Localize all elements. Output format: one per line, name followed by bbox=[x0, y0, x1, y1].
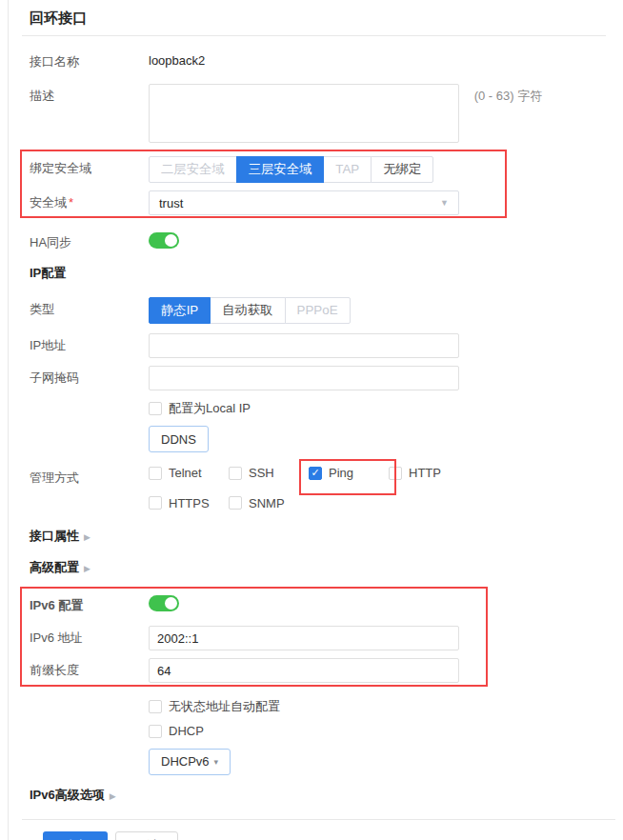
required-asterisk: * bbox=[69, 195, 73, 210]
ha-sync-toggle[interactable] bbox=[149, 232, 179, 249]
ipv6-address-input[interactable] bbox=[149, 626, 459, 650]
collapse-arrow-icon: ▶ bbox=[84, 532, 90, 542]
ha-sync-label: HA同步 bbox=[30, 230, 149, 251]
security-zone-annotated-block: 绑定安全域 二层安全域 三层安全域 TAP 无绑定 安全域* trust ▼ bbox=[22, 156, 615, 215]
bind-zone-label: 绑定安全域 bbox=[30, 156, 149, 177]
telnet-checkbox[interactable]: Telnet bbox=[149, 466, 202, 480]
management-row: 管理方式 Telnet SSH bbox=[22, 466, 615, 512]
bind-zone-option-tap[interactable]: TAP bbox=[323, 156, 372, 183]
advanced-config-collapse-header[interactable]: 高级配置▶ bbox=[22, 559, 615, 576]
interface-name-value: loopback2 bbox=[149, 50, 615, 68]
dhcpv6-button-label: DHCPv6 bbox=[161, 754, 210, 769]
description-row: 描述 (0 - 63) 字符 bbox=[22, 84, 615, 143]
ipv6-prefix-input[interactable] bbox=[149, 658, 459, 683]
management-checkbox-row-2: HTTPS SNMP bbox=[149, 496, 615, 513]
subnet-mask-label: 子网掩码 bbox=[30, 366, 149, 387]
bind-zone-row: 绑定安全域 二层安全域 三层安全域 TAP 无绑定 bbox=[22, 156, 615, 183]
checkbox-box bbox=[149, 725, 162, 738]
ping-checkbox[interactable]: Ping bbox=[309, 466, 353, 480]
ok-button[interactable]: 确定 bbox=[43, 831, 108, 840]
dhcpv6-dropdown-button[interactable]: DHCPv6 ▾ bbox=[149, 749, 231, 775]
ip-type-option-static[interactable]: 静态IP bbox=[149, 297, 211, 324]
security-zone-label-text: 安全域 bbox=[30, 195, 67, 210]
ipv6-config-label: IPv6 配置 bbox=[30, 593, 149, 614]
checkbox-box-checked bbox=[309, 467, 322, 480]
security-zone-row: 安全域* trust ▼ bbox=[22, 190, 615, 215]
ipv6-address-row: IPv6 地址 bbox=[22, 626, 615, 650]
ssh-checkbox[interactable]: SSH bbox=[229, 466, 274, 480]
dhcp-row: DHCP bbox=[22, 724, 615, 741]
interface-props-collapse-header[interactable]: 接口属性▶ bbox=[22, 528, 615, 545]
dhcp-checkbox-label: DHCP bbox=[169, 724, 204, 738]
http-checkbox-label: HTTP bbox=[409, 466, 441, 480]
cancel-button[interactable]: 取消 bbox=[115, 831, 178, 840]
toggle-knob bbox=[165, 234, 177, 247]
ha-sync-row: HA同步 bbox=[22, 230, 615, 251]
description-input[interactable] bbox=[149, 84, 459, 143]
ip-address-row: IP地址 bbox=[22, 333, 615, 358]
checkbox-box bbox=[389, 467, 402, 480]
footer-actions: 确定 取消 bbox=[22, 820, 615, 840]
ip-type-label: 类型 bbox=[30, 297, 149, 318]
dhcp-checkbox[interactable]: DHCP bbox=[149, 724, 204, 738]
https-checkbox-label: HTTPS bbox=[169, 496, 210, 510]
loopback-interface-form-panel: 回环接口 接口名称 loopback2 描述 (0 - 63) 字符 绑定安全域… bbox=[8, 0, 615, 840]
ipv6-config-toggle[interactable] bbox=[149, 595, 179, 611]
management-checkbox-row-1: Telnet SSH Ping bbox=[149, 466, 615, 483]
interface-name-row: 接口名称 loopback2 bbox=[22, 50, 615, 70]
ip-address-input[interactable] bbox=[149, 333, 459, 358]
ddns-button[interactable]: DDNS bbox=[149, 426, 209, 452]
security-zone-label: 安全域* bbox=[30, 190, 149, 211]
toggle-knob bbox=[165, 597, 177, 610]
ip-address-label: IP地址 bbox=[30, 333, 149, 354]
chevron-down-icon: ▾ bbox=[214, 757, 219, 767]
security-zone-select[interactable]: trust ▼ bbox=[149, 190, 459, 215]
bind-zone-option-l3[interactable]: 三层安全域 bbox=[236, 156, 325, 183]
ip-type-segmented-control: 静态IP 自动获取 PPPoE bbox=[149, 297, 351, 324]
dhcpv6-row: DHCPv6 ▾ bbox=[22, 749, 615, 775]
snmp-checkbox[interactable]: SNMP bbox=[229, 496, 285, 510]
http-checkbox[interactable]: HTTP bbox=[389, 466, 441, 480]
bind-zone-option-none[interactable]: 无绑定 bbox=[371, 156, 433, 183]
telnet-checkbox-label: Telnet bbox=[169, 466, 202, 480]
ipv6-prefix-label: 前缀长度 bbox=[30, 658, 149, 679]
description-label: 描述 bbox=[30, 84, 149, 105]
checkbox-box bbox=[149, 700, 162, 713]
title-divider bbox=[22, 35, 606, 36]
slaac-checkbox-label: 无状态地址自动配置 bbox=[169, 698, 280, 715]
subnet-mask-input[interactable] bbox=[149, 366, 459, 390]
description-length-hint: (0 - 63) 字符 bbox=[474, 84, 543, 105]
ipv6-advanced-label: IPv6高级选项 bbox=[30, 788, 105, 802]
subnet-mask-row: 子网掩码 bbox=[22, 366, 615, 390]
page-title: 回环接口 bbox=[22, 8, 615, 35]
dropdown-caret-icon: ▼ bbox=[440, 198, 449, 208]
ipv6-advanced-collapse-header[interactable]: IPv6高级选项▶ bbox=[22, 787, 615, 804]
ipv6-annotated-block: IPv6 配置 IPv6 地址 前缀长度 bbox=[22, 593, 615, 683]
checkbox-box bbox=[149, 402, 162, 415]
https-checkbox[interactable]: HTTPS bbox=[149, 496, 210, 510]
collapse-arrow-icon: ▶ bbox=[110, 791, 116, 801]
ipv6-prefix-row: 前缀长度 bbox=[22, 658, 615, 683]
local-ip-checkbox-label: 配置为Local IP bbox=[169, 400, 251, 417]
ddns-row: DDNS bbox=[22, 426, 615, 452]
ssh-checkbox-label: SSH bbox=[249, 466, 274, 480]
checkbox-box bbox=[229, 496, 242, 510]
security-zone-selected-value: trust bbox=[159, 196, 183, 210]
local-ip-checkbox[interactable]: 配置为Local IP bbox=[149, 400, 251, 417]
checkbox-box bbox=[149, 467, 162, 480]
checkbox-box bbox=[149, 496, 162, 510]
ping-checkbox-label: Ping bbox=[329, 466, 353, 480]
bind-zone-segmented-control: 二层安全域 三层安全域 TAP 无绑定 bbox=[149, 156, 433, 183]
slaac-row: 无状态地址自动配置 bbox=[22, 698, 615, 716]
ip-type-row: 类型 静态IP 自动获取 PPPoE bbox=[22, 297, 615, 324]
ip-config-section-title: IP配置 bbox=[22, 265, 615, 282]
interface-props-label: 接口属性 bbox=[30, 529, 79, 543]
ipv6-toggle-row: IPv6 配置 bbox=[22, 593, 615, 614]
ip-type-option-dhcp[interactable]: 自动获取 bbox=[210, 297, 285, 324]
slaac-checkbox[interactable]: 无状态地址自动配置 bbox=[149, 698, 280, 715]
local-ip-row: 配置为Local IP bbox=[22, 400, 615, 418]
ip-type-option-pppoe[interactable]: PPPoE bbox=[285, 297, 351, 324]
interface-name-label: 接口名称 bbox=[30, 50, 149, 70]
bind-zone-option-l2[interactable]: 二层安全域 bbox=[149, 156, 237, 183]
collapse-arrow-icon: ▶ bbox=[84, 564, 90, 573]
